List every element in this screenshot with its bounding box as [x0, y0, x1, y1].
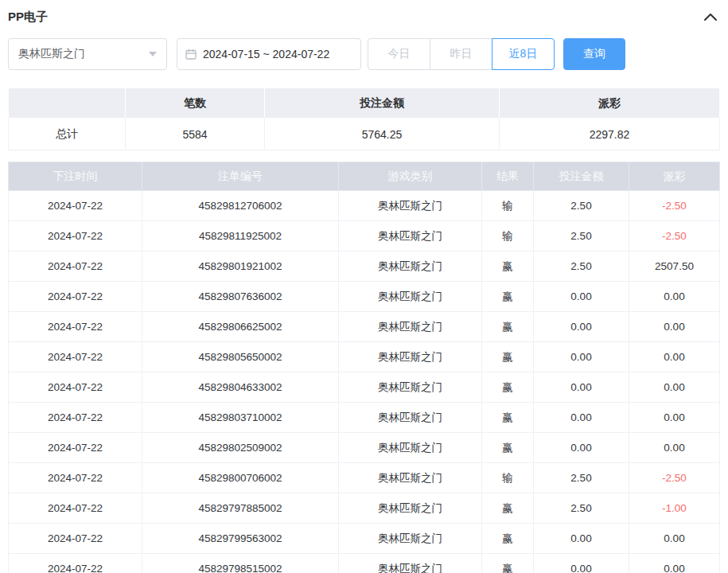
- bet-id-cell: 45829812706002: [142, 191, 339, 221]
- result-cell: 赢: [482, 372, 534, 403]
- game-type-cell: 奥林匹斯之门: [339, 251, 482, 282]
- report-panel: PP电子 奥林匹斯之门 2024-07-15 ~ 2024-07-22 今日 昨…: [0, 0, 728, 573]
- game-type-cell: 奥林匹斯之门: [339, 463, 482, 493]
- result-cell: 赢: [482, 524, 534, 554]
- result-cell: 赢: [482, 554, 534, 573]
- bet-id-cell: 45829803710002: [142, 403, 339, 433]
- bet-time-cell: 2024-07-22: [9, 433, 142, 463]
- header-payout: 派彩: [629, 162, 720, 191]
- bet-amount-cell: 0.00: [534, 342, 629, 372]
- result-cell: 输: [482, 463, 534, 493]
- search-button[interactable]: 查询: [563, 38, 625, 70]
- result-cell: 输: [482, 191, 534, 221]
- bet-time-cell: 2024-07-22: [9, 372, 142, 403]
- today-button[interactable]: 今日: [368, 38, 430, 70]
- summary-total-payout: 2297.82: [500, 119, 720, 150]
- chevron-down-icon: [149, 52, 157, 57]
- yesterday-button[interactable]: 昨日: [430, 38, 492, 70]
- payout-cell: -2.50: [629, 191, 720, 221]
- bet-time-cell: 2024-07-22: [9, 554, 142, 573]
- bet-time-cell: 2024-07-22: [9, 463, 142, 493]
- summary-header-count: 笔数: [126, 88, 265, 119]
- payout-cell: -2.50: [629, 463, 720, 493]
- collapse-panel-button[interactable]: [701, 11, 720, 22]
- bets-header-row: 下注时间 注单编号 游戏类别 结果 投注金额 派彩: [9, 162, 720, 191]
- result-cell: 赢: [482, 312, 534, 342]
- date-range-input[interactable]: 2024-07-15 ~ 2024-07-22: [177, 38, 361, 70]
- bet-id-cell: 45829801921002: [142, 251, 339, 282]
- bet-time-cell: 2024-07-22: [9, 493, 142, 524]
- table-row: 2024-07-2245829798515002奥林匹斯之门赢0.000.00: [9, 554, 720, 573]
- header-result: 结果: [482, 162, 534, 191]
- result-cell: 赢: [482, 493, 534, 524]
- result-cell: 赢: [482, 403, 534, 433]
- table-row: 2024-07-2245829812706002奥林匹斯之门输2.50-2.50: [9, 191, 720, 221]
- game-select-value: 奥林匹斯之门: [18, 47, 85, 61]
- summary-total-row: 总计 5584 5764.25 2297.82: [9, 119, 720, 150]
- chevron-up-icon: [704, 13, 717, 21]
- game-type-cell: 奥林匹斯之门: [339, 191, 482, 221]
- bet-id-cell: 45829806625002: [142, 312, 339, 342]
- header-bet-amount: 投注金额: [534, 162, 629, 191]
- summary-total-count: 5584: [126, 119, 265, 150]
- game-type-cell: 奥林匹斯之门: [339, 403, 482, 433]
- table-row: 2024-07-2245829806625002奥林匹斯之门赢0.000.00: [9, 312, 720, 342]
- bet-id-cell: 45829797885002: [142, 493, 339, 524]
- bet-time-cell: 2024-07-22: [9, 403, 142, 433]
- bet-amount-cell: 2.50: [534, 251, 629, 282]
- table-row: 2024-07-2245829804633002奥林匹斯之门赢0.000.00: [9, 372, 720, 403]
- result-cell: 赢: [482, 251, 534, 282]
- payout-cell: 0.00: [629, 433, 720, 463]
- bet-id-cell: 45829802509002: [142, 433, 339, 463]
- bet-amount-cell: 2.50: [534, 463, 629, 493]
- bet-id-cell: 45829798515002: [142, 554, 339, 573]
- result-cell: 输: [482, 221, 534, 251]
- payout-cell: 0.00: [629, 403, 720, 433]
- bet-id-cell: 45829800706002: [142, 463, 339, 493]
- bet-amount-cell: 0.00: [534, 372, 629, 403]
- payout-cell: -1.00: [629, 493, 720, 524]
- payout-cell: 0.00: [629, 312, 720, 342]
- game-type-cell: 奥林匹斯之门: [339, 282, 482, 312]
- bet-amount-cell: 2.50: [534, 493, 629, 524]
- game-type-cell: 奥林匹斯之门: [339, 433, 482, 463]
- summary-header-row: 笔数 投注金额 派彩: [9, 88, 720, 119]
- game-type-cell: 奥林匹斯之门: [339, 342, 482, 372]
- calendar-icon: [185, 49, 197, 60]
- game-type-cell: 奥林匹斯之门: [339, 372, 482, 403]
- header-game-type: 游戏类别: [339, 162, 482, 191]
- game-type-cell: 奥林匹斯之门: [339, 312, 482, 342]
- bet-time-cell: 2024-07-22: [9, 282, 142, 312]
- bet-time-cell: 2024-07-22: [9, 312, 142, 342]
- result-cell: 赢: [482, 282, 534, 312]
- table-row: 2024-07-2245829799563002奥林匹斯之门赢0.000.00: [9, 524, 720, 554]
- last-8-days-button[interactable]: 近8日: [492, 38, 555, 70]
- bet-id-cell: 45829804633002: [142, 372, 339, 403]
- bet-amount-cell: 0.00: [534, 403, 629, 433]
- result-cell: 赢: [482, 342, 534, 372]
- bet-id-cell: 45829805650002: [142, 342, 339, 372]
- payout-cell: 0.00: [629, 342, 720, 372]
- bet-id-cell: 45829811925002: [142, 221, 339, 251]
- game-select[interactable]: 奥林匹斯之门: [8, 38, 167, 70]
- bet-amount-cell: 0.00: [534, 554, 629, 573]
- bet-amount-cell: 2.50: [534, 191, 629, 221]
- table-row: 2024-07-2245829800706002奥林匹斯之门输2.50-2.50: [9, 463, 720, 493]
- summary-total-label: 总计: [9, 119, 126, 150]
- summary-header-blank: [9, 88, 126, 119]
- payout-cell: 0.00: [629, 282, 720, 312]
- payout-cell: -2.50: [629, 221, 720, 251]
- table-row: 2024-07-2245829807636002奥林匹斯之门赢0.000.00: [9, 282, 720, 312]
- game-type-cell: 奥林匹斯之门: [339, 554, 482, 573]
- bets-table: 下注时间 注单编号 游戏类别 结果 投注金额 派彩 2024-07-224582…: [8, 162, 720, 573]
- table-row: 2024-07-2245829801921002奥林匹斯之门赢2.502507.…: [9, 251, 720, 282]
- bet-amount-cell: 0.00: [534, 312, 629, 342]
- payout-cell: 0.00: [629, 524, 720, 554]
- bet-time-cell: 2024-07-22: [9, 524, 142, 554]
- table-row: 2024-07-2245829805650002奥林匹斯之门赢0.000.00: [9, 342, 720, 372]
- filter-bar: 奥林匹斯之门 2024-07-15 ~ 2024-07-22 今日 昨日 近8日…: [8, 38, 720, 70]
- bet-time-cell: 2024-07-22: [9, 342, 142, 372]
- quick-date-buttons: 今日 昨日 近8日: [368, 38, 555, 70]
- bet-id-cell: 45829807636002: [142, 282, 339, 312]
- bet-time-cell: 2024-07-22: [9, 251, 142, 282]
